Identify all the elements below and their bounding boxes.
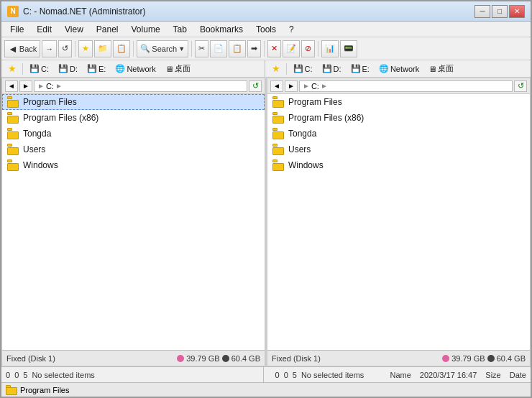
right-item-tongda[interactable]: Tongda [267, 126, 530, 142]
menu-bookmarks[interactable]: Bookmarks [194, 23, 249, 36]
left-filename-1: Program Files (x86) [23, 113, 98, 123]
right-path-bar[interactable]: ► C: ► [299, 80, 513, 92]
bottom-folder-icon [6, 385, 17, 395]
left-desktop-icon: 🖥 [165, 65, 173, 73]
cut-button[interactable]: ✂ [195, 40, 208, 57]
right-total-space: 60.4 GB [497, 354, 526, 363]
right-count1: 0 [275, 371, 280, 379]
left-forward-button[interactable]: ► [19, 80, 32, 92]
toolbar-sep-5 [318, 41, 318, 57]
right-filename-3: Users [288, 144, 311, 154]
close-button[interactable]: ✕ [509, 5, 525, 18]
bookmarks-bar: ★ 💾 C: 💾 D: 💾 E: 🌐 Network 🖥 桌面 [1, 60, 531, 78]
left-back-button[interactable]: ◄ [5, 80, 18, 92]
bottom-status-bar: Program Files [1, 382, 531, 397]
rename-button[interactable]: 📝 [283, 40, 300, 57]
right-forward-button[interactable]: ► [285, 80, 298, 92]
menu-volume[interactable]: Volume [126, 23, 166, 36]
refresh-button[interactable]: ↺ [58, 40, 72, 57]
favorites-button[interactable]: ★ [78, 40, 93, 57]
delete-button[interactable]: ✕ [267, 40, 281, 57]
left-desktop[interactable]: 🖥 桌面 [161, 62, 195, 75]
size-col-header: Size [485, 371, 500, 379]
folder-icon [7, 96, 20, 108]
folder-icon-3 [7, 144, 20, 155]
menu-view[interactable]: View [59, 23, 89, 36]
left-star-button[interactable]: ★ [4, 63, 20, 75]
cut-icon: ✂ [198, 44, 205, 53]
menu-help[interactable]: ? [283, 23, 300, 36]
right-total-dot [487, 355, 495, 362]
right-drive-e-icon: 💾 [351, 64, 361, 73]
paste-button[interactable]: 📋 [229, 40, 246, 57]
right-back-button[interactable]: ◄ [270, 80, 283, 92]
left-filename-0: Program Files [23, 97, 77, 107]
left-path-value: C: [46, 82, 54, 91]
folder-icon-1 [7, 112, 20, 124]
stop-button[interactable]: ⊘ [301, 40, 315, 57]
left-drive-d[interactable]: 💾 D: [54, 63, 82, 75]
right-network[interactable]: 🌐 Network [375, 63, 423, 75]
right-desktop[interactable]: 🖥 桌面 [424, 62, 458, 75]
left-status-content: Fixed (Disk 1) 39.79 GB 60.4 GB [2, 351, 265, 366]
drive-d-icon: 💾 [58, 64, 68, 73]
info-divider [263, 367, 264, 382]
back-button[interactable]: ◄ Back [4, 40, 40, 57]
search-button[interactable]: 🔍 Search ▼ [137, 40, 188, 57]
left-drive-e[interactable]: 💾 E: [83, 63, 110, 75]
right-folder-icon-0 [272, 96, 285, 108]
right-star-button[interactable]: ★ [268, 63, 284, 75]
menu-edit[interactable]: Edit [31, 23, 58, 36]
minimize-button[interactable]: ─ [474, 5, 490, 18]
maximize-button[interactable]: □ [492, 5, 508, 18]
properties-button[interactable]: 📊 [321, 40, 339, 57]
copy-button[interactable]: 📋 [113, 40, 130, 57]
right-item-windows[interactable]: Windows [267, 157, 530, 173]
right-drive-c[interactable]: 💾 C: [289, 63, 317, 75]
right-drive-e[interactable]: 💾 E: [347, 63, 374, 75]
left-network[interactable]: 🌐 Network [111, 63, 160, 75]
copy-icon: 📁 [98, 44, 108, 53]
right-item-program-files[interactable]: Program Files [267, 94, 530, 110]
left-panel-toolbar: ◄ ► ► C: ► ↺ [2, 78, 265, 94]
left-item-windows[interactable]: Windows [2, 157, 265, 173]
left-item-program-files[interactable]: Program Files [2, 94, 265, 110]
right-free-dot [442, 355, 449, 362]
left-item-users[interactable]: Users [2, 142, 265, 157]
menu-file[interactable]: File [4, 23, 29, 36]
app-icon: N [7, 6, 19, 17]
right-refresh-button[interactable]: ↺ [514, 80, 527, 92]
left-item-program-files-x86[interactable]: Program Files (x86) [2, 110, 265, 126]
toolbar: ◄ Back → ↺ ★ 📁 📋 🔍 Search ▼ ✂ 📄 📋 ➡ [1, 37, 531, 60]
copy-to-button[interactable]: 📁 [94, 40, 111, 57]
left-refresh-button[interactable]: ↺ [249, 80, 262, 92]
forward-button[interactable]: → [42, 40, 57, 57]
menu-tab[interactable]: Tab [168, 23, 193, 36]
paste-icon: 📄 [214, 44, 224, 53]
move-icon: ➡ [251, 44, 257, 53]
right-free-space: 39.79 GB [451, 354, 485, 363]
left-path-bar[interactable]: ► C: ► [34, 80, 247, 92]
paste-copy-button[interactable]: 📄 [210, 40, 227, 57]
right-item-users[interactable]: Users [267, 142, 530, 157]
menu-tools[interactable]: Tools [250, 23, 282, 36]
toolbar-sep-3 [191, 41, 192, 57]
left-item-tongda[interactable]: Tongda [2, 126, 265, 142]
left-total-dot [222, 355, 229, 362]
move-button[interactable]: ➡ [247, 40, 261, 57]
right-item-program-files-x86[interactable]: Program Files (x86) [267, 110, 530, 126]
right-drive-d[interactable]: 💾 D: [318, 63, 346, 75]
back-icon: ◄ [8, 43, 18, 55]
search-dropdown-icon: ▼ [178, 45, 185, 52]
menu-panel[interactable]: Panel [91, 23, 124, 36]
left-drive-c[interactable]: 💾 C: [25, 63, 53, 75]
right-panel-toolbar: ◄ ► ► C: ► ↺ [267, 78, 530, 94]
drive-c-icon: 💾 [29, 64, 40, 73]
right-filename-2: Tongda [288, 129, 316, 139]
right-path-arrow: ► [321, 82, 328, 90]
right-drive-c-icon: 💾 [293, 64, 303, 73]
bm-sep-2 [286, 63, 287, 75]
left-total-space: 60.4 GB [231, 354, 260, 363]
terminal-button[interactable]: 📟 [340, 40, 357, 57]
toolbar-sep-2 [133, 41, 134, 57]
